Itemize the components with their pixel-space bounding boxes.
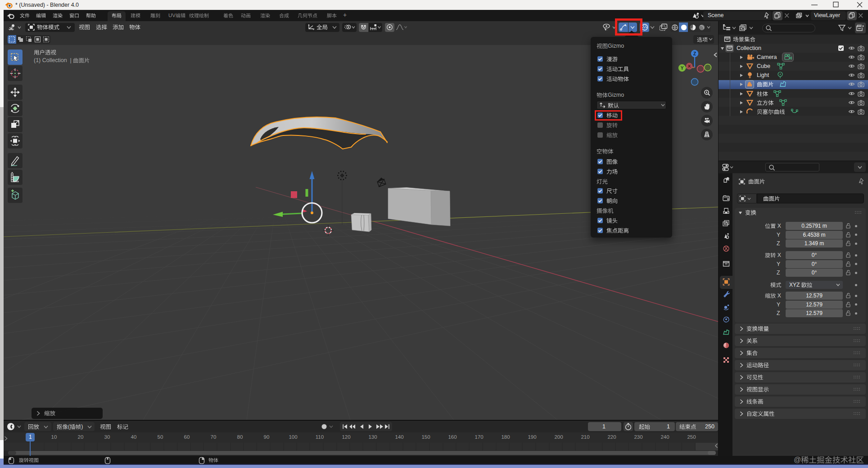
svg-text:X: X — [688, 63, 691, 68]
svg-text:Y: Y — [681, 66, 684, 71]
svg-text:Z: Z — [693, 51, 696, 56]
